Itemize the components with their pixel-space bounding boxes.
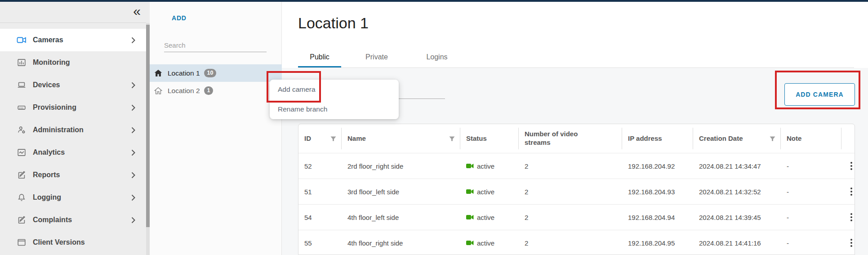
column-header-ip[interactable]: IP address — [622, 124, 693, 153]
camera-count-badge: 10 — [204, 69, 217, 78]
chevron-right-icon — [131, 37, 135, 44]
branch-context-menu: Add camera Rename branch — [270, 80, 399, 119]
sidebar-item-label: Monitoring — [33, 58, 70, 67]
tab-logins[interactable]: Logins — [412, 47, 462, 67]
row-menu-icon[interactable] — [850, 162, 852, 170]
sidebar-item-devices[interactable]: Devices — [0, 74, 146, 96]
column-header-name[interactable]: Name — [342, 124, 460, 153]
sidebar-item-label: Complaints — [33, 216, 72, 224]
cell-ip: 192.168.204.93 — [622, 188, 693, 196]
sidebar-item-analytics[interactable]: Analytics — [0, 141, 146, 164]
cell-ip: 192.168.204.95 — [622, 239, 693, 247]
column-header-id[interactable]: ID — [298, 124, 342, 153]
row-menu-icon[interactable] — [850, 213, 852, 221]
analytics-icon — [16, 147, 27, 158]
sidebar-item-administration[interactable]: Administration — [0, 119, 146, 141]
tree-item-label: Location 1 — [168, 69, 200, 77]
cell-note: - — [781, 188, 841, 196]
sidebar-item-label: Administration — [33, 126, 84, 134]
tree-item-location-1[interactable]: Location 1 10 — [150, 64, 282, 82]
sidebar-collapse-icon[interactable]: « — [133, 4, 141, 18]
cell-streams: 2 — [519, 188, 622, 196]
sidebar-item-label: Logging — [33, 193, 61, 201]
status-label: active — [477, 188, 494, 196]
table-row[interactable]: 52 2rd floor_right side active 2 192.168… — [298, 153, 855, 179]
cameras-table: ID Name Status Number of video streams I — [298, 124, 855, 255]
camera-active-icon — [466, 215, 474, 220]
table-row[interactable]: 55 4th floor_right side active 2 192.168… — [298, 230, 855, 255]
cell-note: - — [781, 214, 841, 221]
main-content: Location 1 Public Private Logins ADD CAM… — [282, 2, 868, 255]
tab-public[interactable]: Public — [298, 47, 341, 67]
chevron-right-icon — [131, 172, 135, 179]
table-row[interactable]: 51 3rd floor_left side active 2 192.168.… — [298, 179, 855, 204]
add-camera-button[interactable]: ADD CAMERA — [784, 83, 855, 106]
filter-icon[interactable] — [770, 136, 775, 141]
column-header-status[interactable]: Status — [460, 124, 519, 153]
cell-ip: 192.168.204.92 — [622, 162, 693, 170]
cell-status: active — [460, 214, 519, 221]
tab-private[interactable]: Private — [352, 47, 401, 67]
sidebar-item-label: Client Versions — [33, 238, 85, 246]
administration-icon — [16, 125, 27, 135]
sidebar-item-complaints[interactable]: Complaints — [0, 209, 146, 231]
chevron-right-icon — [131, 149, 135, 156]
sidebar-item-logging[interactable]: Logging — [0, 186, 146, 209]
table-row[interactable]: 54 4th floor_left side active 2 192.168.… — [298, 204, 855, 230]
column-header-streams[interactable]: Number of video streams — [519, 124, 622, 153]
cell-id: 54 — [298, 214, 342, 221]
chevron-right-icon — [131, 127, 135, 134]
page-title: Location 1 — [298, 14, 369, 32]
sidebar-item-client-versions[interactable]: Client Versions — [0, 231, 146, 254]
sidebar-item-cameras[interactable]: Cameras — [0, 29, 146, 51]
status-label: active — [477, 214, 494, 221]
tree-item-label: Location 2 — [168, 87, 200, 95]
sidebar-item-reports[interactable]: Reports — [0, 164, 146, 186]
menu-item-add-camera[interactable]: Add camera — [270, 80, 399, 99]
cell-name: 3rd floor_left side — [342, 188, 460, 196]
filter-icon[interactable] — [330, 136, 336, 141]
cell-id: 51 — [298, 188, 342, 196]
cell-actions — [841, 162, 855, 170]
complaints-icon — [16, 215, 27, 225]
cell-actions — [841, 239, 855, 247]
sidebar: « Cameras Monitoring — [0, 2, 150, 255]
column-header-note[interactable]: Note — [781, 124, 841, 153]
chevron-right-icon — [131, 194, 135, 201]
sidebar-item-monitoring[interactable]: Monitoring — [0, 51, 146, 74]
cell-ip: 192.168.204.94 — [622, 214, 693, 221]
cell-creation-date: 2024.08.21 14:34:47 — [693, 162, 781, 170]
tree-search-input[interactable] — [164, 39, 267, 52]
row-menu-icon[interactable] — [850, 239, 852, 247]
column-header-creation-date[interactable]: Creation Date — [693, 124, 781, 153]
cell-note: - — [781, 162, 841, 170]
cell-name: 4th floor_left side — [342, 214, 460, 221]
filter-icon[interactable] — [449, 136, 455, 141]
table-header-row: ID Name Status Number of video streams I — [298, 124, 855, 153]
camera-active-icon — [466, 240, 474, 246]
sidebar-item-label: Cameras — [33, 36, 63, 44]
menu-item-rename-branch[interactable]: Rename branch — [270, 99, 399, 119]
locations-panel: ADD Location 1 10 Location 2 1 — [150, 2, 282, 255]
window-icon — [16, 237, 27, 248]
tree-item-location-2[interactable]: Location 2 1 — [150, 82, 282, 99]
tree-search — [164, 39, 267, 52]
cell-status: active — [460, 188, 519, 196]
camera-count-badge: 1 — [204, 86, 214, 95]
cell-id: 55 — [298, 239, 342, 247]
sidebar-nav: Cameras Monitoring Devices — [0, 29, 146, 254]
cell-name: 4th floor_right side — [342, 239, 460, 247]
bell-icon — [16, 192, 27, 203]
sidebar-scrollbar-thumb[interactable] — [146, 25, 150, 227]
provisioning-icon — [16, 102, 27, 113]
sidebar-item-label: Provisioning — [33, 103, 76, 112]
add-branch-link[interactable]: ADD — [172, 14, 187, 22]
cell-note: - — [781, 239, 841, 247]
camera-active-icon — [466, 189, 474, 194]
column-header-actions — [841, 124, 855, 153]
cell-actions — [841, 213, 855, 221]
cell-streams: 2 — [519, 239, 622, 247]
cell-streams: 2 — [519, 214, 622, 221]
row-menu-icon[interactable] — [850, 188, 852, 196]
sidebar-item-provisioning[interactable]: Provisioning — [0, 96, 146, 119]
